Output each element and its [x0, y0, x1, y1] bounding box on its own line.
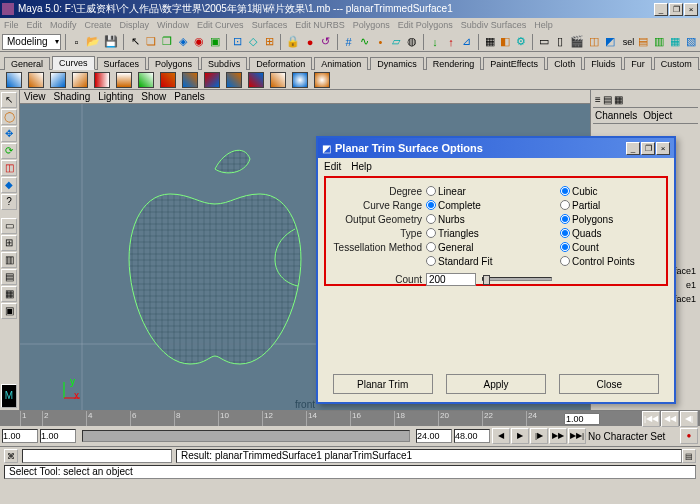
tab-cloth[interactable]: Cloth: [547, 57, 582, 70]
snap-icon[interactable]: ⊡: [230, 34, 244, 50]
count-input[interactable]: [426, 273, 476, 286]
manip-tool-icon[interactable]: ◆: [1, 177, 17, 193]
tab-general[interactable]: General: [4, 57, 50, 70]
playback-icon[interactable]: ◀: [492, 428, 510, 444]
rewind-icon[interactable]: |◀◀: [642, 411, 660, 427]
menu-edit-curves[interactable]: Edit Curves: [197, 20, 244, 30]
close-button[interactable]: ×: [684, 3, 698, 16]
shelf-curve8-icon[interactable]: [160, 72, 176, 88]
tess-controlpoints-radio[interactable]: [560, 256, 570, 266]
view-menu-panels[interactable]: Panels: [174, 91, 205, 102]
playback-start-input[interactable]: [40, 429, 76, 443]
tess-general-radio[interactable]: [426, 242, 436, 252]
hyper-icon[interactable]: ▦: [1, 286, 17, 302]
dialog-minimize-button[interactable]: _: [626, 142, 640, 155]
tool2-icon[interactable]: ◈: [176, 34, 190, 50]
view-menu-view[interactable]: View: [24, 91, 46, 102]
tab-dynamics[interactable]: Dynamics: [370, 57, 424, 70]
shelf-curve4-icon[interactable]: [72, 72, 88, 88]
tool-settings-icon[interactable]: ◩: [603, 34, 617, 50]
dialog-maximize-button[interactable]: ❐: [641, 142, 655, 155]
snap-point-icon[interactable]: •: [374, 34, 388, 50]
lock-icon[interactable]: 🔒: [285, 34, 301, 50]
layout1-icon[interactable]: ▭: [537, 34, 551, 50]
tab-rendering[interactable]: Rendering: [426, 57, 482, 70]
menu-subdiv[interactable]: Subdiv Surfaces: [461, 20, 527, 30]
prevkey-icon[interactable]: ◀|: [680, 411, 698, 427]
menu-edit[interactable]: Edit: [27, 20, 43, 30]
shelf-curve9-icon[interactable]: [182, 72, 198, 88]
lasso-icon[interactable]: ❏: [144, 34, 158, 50]
snap-curve-icon[interactable]: ∿: [358, 34, 372, 50]
forward-end-icon[interactable]: ▶▶|: [568, 428, 586, 444]
tess-count-radio[interactable]: [560, 242, 570, 252]
ch1-icon[interactable]: ▤: [636, 34, 650, 50]
snap-view-icon[interactable]: ◍: [405, 34, 419, 50]
output-icon[interactable]: ↑: [444, 34, 458, 50]
view-menu-show[interactable]: Show: [141, 91, 166, 102]
shelf-curve11-icon[interactable]: [226, 72, 242, 88]
tool4-icon[interactable]: ▣: [208, 34, 222, 50]
persp-only-icon[interactable]: ▣: [1, 303, 17, 319]
snap-plane-icon[interactable]: ▱: [389, 34, 403, 50]
menu-modify[interactable]: Modify: [50, 20, 77, 30]
nextkey-icon[interactable]: |▶: [530, 428, 548, 444]
new-scene-icon[interactable]: ▫: [69, 34, 83, 50]
stepfwd-icon[interactable]: ▶▶: [549, 428, 567, 444]
lasso-tool-icon[interactable]: ◯: [1, 109, 17, 125]
menu-file[interactable]: File: [4, 20, 19, 30]
input-icon[interactable]: ↓: [428, 34, 442, 50]
ch4-icon[interactable]: ▧: [684, 34, 698, 50]
dialog-close-button[interactable]: ×: [656, 142, 670, 155]
construction-icon[interactable]: ⊿: [460, 34, 474, 50]
planar-trim-button[interactable]: Planar Trim: [333, 374, 433, 394]
maximize-button[interactable]: ❐: [669, 3, 683, 16]
type-quads-radio[interactable]: [560, 228, 570, 238]
dialog-menu-edit[interactable]: Edit: [324, 161, 341, 172]
shelf-curve6-icon[interactable]: [116, 72, 132, 88]
snap-grid-icon[interactable]: #: [342, 34, 356, 50]
snap3-icon[interactable]: ⊞: [262, 34, 276, 50]
view-menu-shading[interactable]: Shading: [54, 91, 91, 102]
render-icon[interactable]: ▦: [483, 34, 497, 50]
tess-standardfit-radio[interactable]: [426, 256, 436, 266]
cmd-mode-icon[interactable]: ⌘: [4, 449, 18, 463]
curve-range-complete-radio[interactable]: [426, 200, 436, 210]
layout2-icon[interactable]: ▯: [553, 34, 567, 50]
ch2-icon[interactable]: ▥: [652, 34, 666, 50]
render-globals-icon[interactable]: ⚙: [514, 34, 528, 50]
dialog-menu-help[interactable]: Help: [351, 161, 372, 172]
shelf-curve7-icon[interactable]: [138, 72, 154, 88]
shelf-curve15-icon[interactable]: [314, 72, 330, 88]
shelf-curve1-icon[interactable]: [6, 72, 22, 88]
curve-range-partial-radio[interactable]: [560, 200, 570, 210]
cb-icon3[interactable]: ▦: [614, 94, 623, 105]
ch3-icon[interactable]: ▦: [668, 34, 682, 50]
shelf-curve2-icon[interactable]: [28, 72, 44, 88]
tab-surfaces[interactable]: Surfaces: [97, 57, 147, 70]
tab-fur[interactable]: Fur: [624, 57, 652, 70]
minimize-button[interactable]: _: [654, 3, 668, 16]
select-tool-icon[interactable]: ↖: [1, 92, 17, 108]
current-frame-input[interactable]: [564, 413, 600, 425]
persp-outliner-icon[interactable]: ▥: [1, 252, 17, 268]
key-icon[interactable]: ●: [303, 34, 317, 50]
degree-cubic-radio[interactable]: [560, 186, 570, 196]
playback-end-input[interactable]: [416, 429, 452, 443]
playfwd-icon[interactable]: ▶: [511, 428, 529, 444]
single-view-icon[interactable]: ▭: [1, 218, 17, 234]
tool-icon[interactable]: ❐: [160, 34, 174, 50]
menu-edit-nurbs[interactable]: Edit NURBS: [295, 20, 345, 30]
cb-icon1[interactable]: ≡: [595, 94, 601, 105]
apply-button[interactable]: Apply: [446, 374, 546, 394]
tab-fluids[interactable]: Fluids: [584, 57, 622, 70]
tool3-icon[interactable]: ◉: [192, 34, 206, 50]
menu-edit-polygons[interactable]: Edit Polygons: [398, 20, 453, 30]
count-slider[interactable]: [482, 277, 552, 281]
stepback-icon[interactable]: ◀◀: [661, 411, 679, 427]
shelf-curve14-icon[interactable]: [292, 72, 308, 88]
menu-create[interactable]: Create: [85, 20, 112, 30]
script-editor-icon[interactable]: ▤: [682, 449, 696, 463]
object-tab[interactable]: Object: [643, 110, 672, 121]
ipr-icon[interactable]: ◧: [499, 34, 513, 50]
